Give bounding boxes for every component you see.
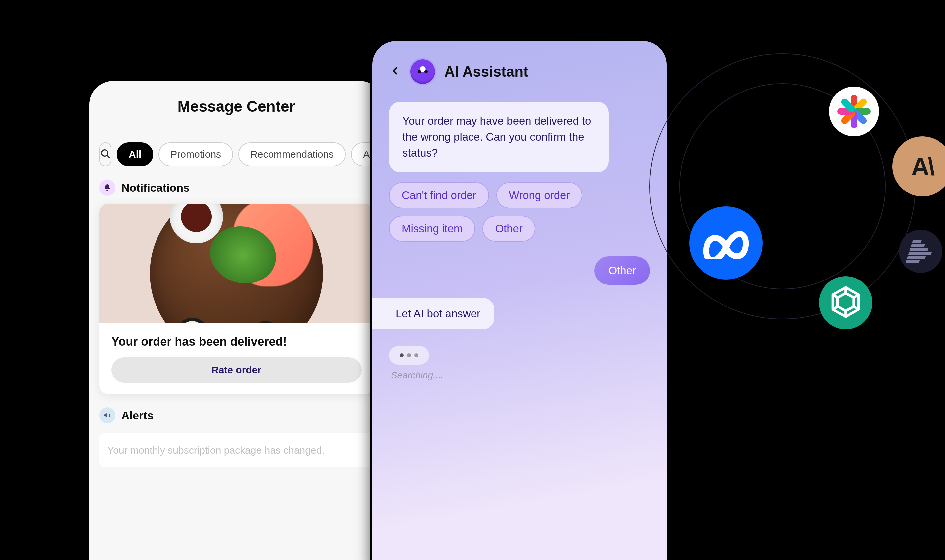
filter-chip-all[interactable]: All bbox=[117, 142, 153, 166]
notifications-section: Notifications Your order has been delive… bbox=[89, 176, 384, 404]
assistant-avatar-icon bbox=[410, 59, 435, 84]
filter-row: All Promotions Recommendations A bbox=[89, 129, 384, 176]
svg-marker-3 bbox=[838, 294, 854, 311]
back-button[interactable] bbox=[389, 63, 401, 80]
quick-replies: Can't find order Wrong order Missing ite… bbox=[389, 182, 650, 242]
mistral-icon bbox=[906, 240, 936, 263]
status-text: Searching.... bbox=[389, 370, 650, 381]
typing-indicator-icon bbox=[389, 346, 429, 365]
quick-reply-other[interactable]: Other bbox=[483, 215, 535, 242]
order-image bbox=[99, 204, 374, 323]
anthropic-icon: A\ bbox=[911, 152, 933, 181]
google-palm-logo bbox=[829, 86, 879, 137]
filter-chip-promotions[interactable]: Promotions bbox=[159, 142, 233, 166]
meta-icon bbox=[701, 227, 751, 259]
quick-reply-cant-find[interactable]: Can't find order bbox=[389, 182, 489, 208]
bell-icon bbox=[99, 180, 115, 195]
alerts-section: Alerts Your monthly subscription package… bbox=[89, 404, 384, 477]
alerts-heading: Alerts bbox=[121, 409, 153, 422]
filter-chip-recommendations[interactable]: Recommendations bbox=[238, 142, 345, 166]
search-icon bbox=[100, 148, 111, 160]
rate-order-button[interactable]: Rate order bbox=[111, 357, 362, 383]
quick-reply-wrong-order[interactable]: Wrong order bbox=[496, 182, 583, 208]
notifications-heading: Notifications bbox=[121, 182, 190, 194]
mistral-logo bbox=[899, 229, 942, 273]
assistant-title: AI Assistant bbox=[444, 63, 529, 80]
openai-logo bbox=[819, 276, 873, 329]
notification-card[interactable]: Your order has been delivered! Rate orde… bbox=[99, 204, 374, 394]
user-message: Other bbox=[594, 256, 650, 285]
message-center-phone: Message Center All Promotions Recommenda… bbox=[86, 78, 386, 560]
chevron-left-icon bbox=[389, 65, 401, 77]
chat-body: Your order may have been delivered to th… bbox=[372, 95, 667, 381]
notification-title: Your order has been delivered! bbox=[111, 335, 362, 349]
search-button[interactable] bbox=[99, 142, 111, 166]
integrations-orbit: A\ bbox=[649, 53, 916, 319]
assistant-message: Your order may have been delivered to th… bbox=[389, 102, 609, 172]
alert-card[interactable]: Your monthly subscription package has ch… bbox=[99, 432, 374, 468]
ai-assistant-phone: AI Assistant Your order may have been de… bbox=[370, 38, 669, 560]
openai-icon bbox=[828, 284, 864, 322]
palm-icon bbox=[839, 97, 869, 126]
system-suggestion[interactable]: Let AI bot answer bbox=[372, 298, 495, 329]
meta-logo bbox=[689, 206, 763, 280]
ai-header: AI Assistant bbox=[372, 41, 667, 95]
page-title: Message Center bbox=[89, 81, 384, 129]
quick-reply-missing-item[interactable]: Missing item bbox=[389, 215, 475, 242]
megaphone-icon bbox=[99, 407, 115, 423]
svg-line-1 bbox=[107, 155, 109, 158]
